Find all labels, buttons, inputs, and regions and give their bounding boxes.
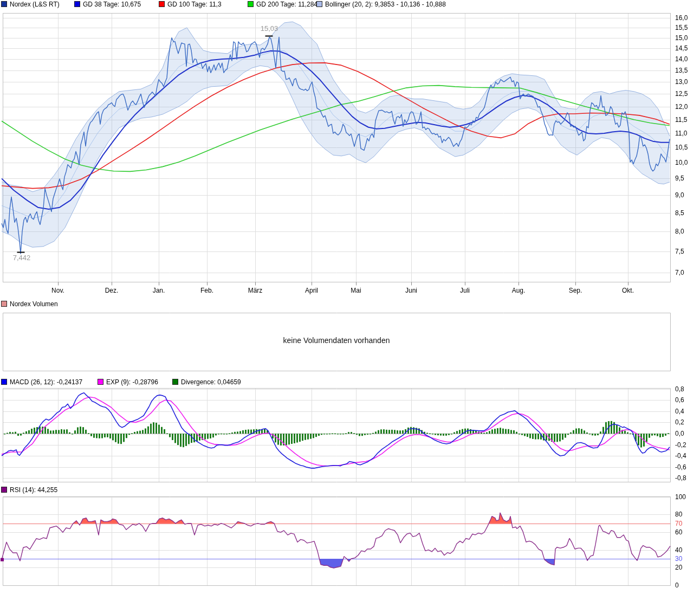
legend-item: GD 38 Tage: 10,675 bbox=[74, 1, 141, 8]
axis-tick-label: 12,0 bbox=[675, 103, 688, 111]
axis-tick-label: 9,5 bbox=[675, 175, 684, 182]
chart-page: Nordex (L&S RT)GD 38 Tage: 10,675GD 100 … bbox=[0, 0, 700, 594]
legend-swatch-icon bbox=[98, 379, 103, 385]
axis-tick-label: 20 bbox=[675, 564, 682, 571]
month-label: Mai bbox=[344, 287, 368, 294]
legend-item: Nordex (L&S RT) bbox=[1, 1, 60, 8]
axis-tick-label: 7,5 bbox=[675, 248, 684, 255]
legend-item: Bollinger (20, 2): 9,3853 - 10,136 - 10,… bbox=[316, 1, 446, 8]
legend-label: Divergence: 0,04659 bbox=[181, 378, 241, 386]
axis-tick-label: 15,5 bbox=[675, 24, 688, 31]
axis-tick-label: -0,2 bbox=[675, 441, 686, 449]
legend-item: RSI (14): 44,255 bbox=[1, 486, 57, 494]
axis-tick-label: 10,0 bbox=[675, 159, 688, 166]
legend-label: RSI (14): 44,255 bbox=[10, 486, 57, 494]
axis-tick-label: 11,5 bbox=[675, 116, 687, 124]
legend-item: GD 100 Tage: 11,3 bbox=[159, 1, 222, 8]
axis-tick-label: 0,6 bbox=[675, 396, 684, 404]
legend-swatch-icon bbox=[316, 1, 322, 7]
legend-item: MACD (26, 12): -0,24137 bbox=[1, 378, 82, 386]
legend-swatch-icon bbox=[1, 301, 7, 307]
axis-tick-label: 0,0 bbox=[675, 430, 684, 437]
legend-label: MACD (26, 12): -0,24137 bbox=[10, 378, 82, 386]
axis-tick-label: 0 bbox=[675, 582, 679, 589]
month-label: Sep. bbox=[563, 287, 587, 294]
axis-tick-label: 80 bbox=[675, 511, 682, 518]
axis-tick-label: 13,5 bbox=[675, 67, 688, 74]
axis-tick-label: 40 bbox=[675, 546, 682, 554]
axis-tick-label: 0,2 bbox=[675, 418, 684, 426]
legend-item: GD 200 Tage: 11,284 bbox=[248, 1, 317, 8]
legend-label: GD 38 Tage: 10,675 bbox=[83, 1, 141, 8]
axis-tick-label: 10,5 bbox=[675, 144, 688, 151]
legend-label: Bollinger (20, 2): 9,3853 - 10,136 - 10,… bbox=[325, 1, 446, 8]
chart-canvas[interactable] bbox=[0, 0, 700, 594]
month-label: Juni bbox=[399, 287, 423, 294]
legend-swatch-icon bbox=[1, 1, 7, 7]
price-annotation: 15,03 bbox=[258, 24, 280, 33]
month-label: Okt. bbox=[616, 287, 640, 294]
legend-label: Nordex Volumen bbox=[10, 300, 58, 308]
month-label: Juli bbox=[453, 287, 477, 294]
month-label: März bbox=[243, 287, 267, 294]
legend-item: Nordex Volumen bbox=[1, 300, 58, 308]
axis-tick-label: 8,0 bbox=[675, 228, 684, 235]
axis-tick-label: -0,8 bbox=[675, 474, 686, 482]
axis-tick-label: 14,0 bbox=[675, 55, 688, 63]
legend-swatch-icon bbox=[172, 379, 178, 385]
axis-tick-label: 15,0 bbox=[675, 34, 688, 42]
month-label: Nov. bbox=[46, 287, 70, 294]
axis-tick-label: -0,4 bbox=[675, 452, 686, 460]
legend-label: GD 100 Tage: 11,3 bbox=[167, 1, 222, 8]
legend-label: GD 200 Tage: 11,284 bbox=[256, 1, 317, 8]
axis-tick-label: 100 bbox=[675, 493, 686, 501]
axis-tick-label: 0,8 bbox=[675, 385, 684, 393]
axis-tick-label: 60 bbox=[675, 528, 682, 536]
axis-tick-label: 13,0 bbox=[675, 78, 688, 86]
axis-tick-label: 8,5 bbox=[675, 209, 684, 217]
month-label: Aug. bbox=[507, 287, 530, 294]
axis-tick-label: 11,0 bbox=[675, 130, 687, 137]
price-annotation: 7,442 bbox=[11, 254, 33, 262]
axis-tick-label: 12,5 bbox=[675, 90, 688, 98]
month-label: Jan. bbox=[147, 287, 171, 294]
axis-tick-label: 0,4 bbox=[675, 408, 684, 415]
axis-tick-label: -0,6 bbox=[675, 463, 686, 471]
axis-tick-label: 9,0 bbox=[675, 191, 684, 199]
legend-label: Nordex (L&S RT) bbox=[10, 1, 60, 8]
legend-swatch-icon bbox=[1, 487, 7, 493]
axis-tick-label: 70 bbox=[675, 520, 682, 527]
legend-label: EXP (9): -0,28796 bbox=[106, 378, 158, 386]
volume-empty-message: keine Volumendaten vorhanden bbox=[3, 336, 670, 345]
month-label: Feb. bbox=[195, 287, 219, 294]
axis-tick-label: 7,0 bbox=[675, 269, 684, 276]
legend-item: EXP (9): -0,28796 bbox=[98, 378, 158, 386]
legend-swatch-icon bbox=[159, 1, 165, 7]
legend-item: Divergence: 0,04659 bbox=[172, 378, 241, 386]
month-label: April bbox=[300, 287, 323, 294]
month-label: Dez. bbox=[100, 287, 124, 294]
axis-tick-label: 16,0 bbox=[675, 14, 688, 22]
axis-tick-label: 14,5 bbox=[675, 44, 688, 52]
legend-swatch-icon bbox=[74, 1, 80, 7]
axis-tick-label: 30 bbox=[675, 555, 682, 563]
legend-swatch-icon bbox=[248, 1, 254, 7]
legend-swatch-icon bbox=[1, 379, 7, 385]
